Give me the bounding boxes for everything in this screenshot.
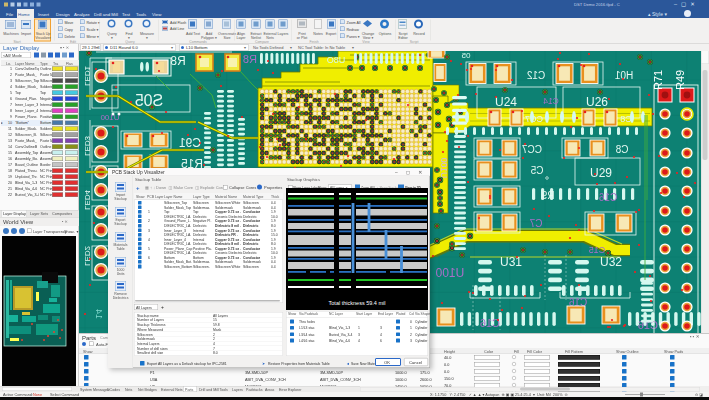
- svg-text:LED1: LED1: [83, 65, 92, 86]
- svg-text:C8: C8: [615, 144, 628, 155]
- svg-text:C91: C91: [179, 136, 201, 150]
- svg-text:05: 05: [461, 51, 470, 60]
- svg-text:LED3: LED3: [83, 135, 92, 156]
- svg-text:U31: U31: [500, 255, 522, 269]
- svg-text:LED4: LED4: [83, 189, 92, 210]
- svg-text:U32: U32: [600, 255, 622, 269]
- svg-text:U24: U24: [495, 95, 517, 109]
- svg-text:R8: R8: [170, 54, 186, 68]
- svg-text:C8: C8: [620, 114, 632, 124]
- svg-text:C7: C7: [529, 218, 542, 229]
- svg-text:LED2: LED2: [83, 245, 92, 266]
- svg-text:CC7: CC7: [525, 114, 543, 124]
- svg-text:C12: C12: [526, 70, 545, 81]
- svg-text:R9: R9: [541, 190, 554, 201]
- svg-text:CC7: CC7: [522, 144, 542, 155]
- svg-text:U100: U100: [100, 113, 120, 122]
- svg-text:U100: U100: [435, 266, 464, 280]
- svg-text:U100: U100: [439, 158, 449, 179]
- svg-text:U29: U29: [590, 166, 612, 180]
- svg-text:U8O: U8O: [327, 55, 346, 65]
- svg-text:R71: R71: [652, 70, 664, 90]
- svg-text:R8: R8: [243, 53, 257, 65]
- svg-text:14: 14: [94, 309, 104, 319]
- svg-text:C16: C16: [480, 317, 500, 329]
- svg-text:C14: C14: [543, 96, 559, 106]
- svg-text:C5: C5: [530, 165, 543, 176]
- svg-text:C15: C15: [589, 245, 606, 255]
- svg-text:U26: U26: [586, 95, 608, 109]
- svg-text:C16: C16: [598, 192, 617, 203]
- svg-text:S05: S05: [135, 92, 164, 109]
- svg-text:Total thickness 59.4 mil: Total thickness 59.4 mil: [329, 300, 386, 306]
- svg-text:R49: R49: [674, 70, 686, 90]
